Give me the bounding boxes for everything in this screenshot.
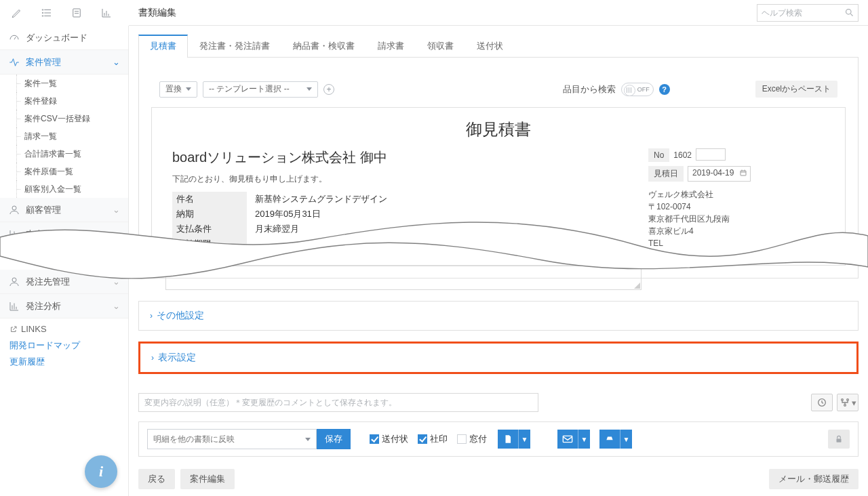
svg-point-17 <box>12 206 16 210</box>
save-button[interactable]: 保存 <box>317 429 351 449</box>
chk-seal[interactable]: 社印 <box>418 433 448 445</box>
calendar-icon <box>739 169 747 177</box>
tab-estimate[interactable]: 見積書 <box>138 35 188 58</box>
tab-receipt[interactable]: 領収書 <box>416 35 465 58</box>
branch-button[interactable]: ▾ <box>837 394 859 411</box>
chevron-down-icon: ⌄ <box>113 205 120 215</box>
svg-rect-29 <box>741 171 746 175</box>
value-terms: 月末締翌月 <box>247 222 299 236</box>
pencil-icon[interactable] <box>11 7 23 19</box>
chevron-down-icon: ⌄ <box>113 301 120 311</box>
download-split-button[interactable]: ▼ <box>498 430 530 449</box>
svg-point-4 <box>42 12 43 14</box>
change-comment-input[interactable] <box>138 393 538 412</box>
chart-icon[interactable] <box>100 7 113 19</box>
display-settings-toggle[interactable]: › 表示設定 <box>138 342 859 374</box>
notes-textarea[interactable] <box>165 266 642 290</box>
checkbox-icon <box>457 434 467 444</box>
sub-anken-6[interactable]: 顧客別入金一覧 <box>0 180 128 198</box>
mail-split-button[interactable]: ▼ <box>557 430 590 449</box>
svg-point-14 <box>846 9 852 14</box>
tab-delivery[interactable]: 納品書・検収書 <box>281 35 366 58</box>
date-label: 見積日 <box>648 166 684 182</box>
svg-rect-39 <box>837 438 842 442</box>
chk-cover[interactable]: 送付状 <box>370 433 408 445</box>
greeting-text: 下記のとおり、御見積もり申し上げます。 <box>172 173 621 185</box>
company-addr1: 東京都千代田区九段南 <box>648 213 825 225</box>
link-history[interactable]: 更新履歴 <box>9 356 119 368</box>
template-select[interactable]: -- テンプレート選択 -- <box>203 81 318 98</box>
no-value: 1602 <box>673 148 692 162</box>
reflect-select[interactable]: 明細を他の書類に反映 <box>147 429 317 449</box>
back-button[interactable]: 戻る <box>138 469 175 489</box>
toggle-handle-icon <box>627 87 631 93</box>
link-roadmap[interactable]: 開発ロードマップ <box>9 339 119 352</box>
client-name: boardソリューション株式会社 御中 <box>172 148 621 167</box>
svg-point-35 <box>846 399 848 401</box>
nav-customer-label: 顧客管理 <box>26 204 61 216</box>
svg-rect-6 <box>73 9 81 17</box>
search-icon <box>844 7 854 18</box>
no-label: No <box>648 148 669 162</box>
svg-point-3 <box>42 9 43 11</box>
caret-down-icon <box>186 87 191 91</box>
help-icon[interactable]: ? <box>659 84 670 95</box>
nav-haccyu-ana-label: 発注分析 <box>26 300 61 312</box>
edit-case-button[interactable]: 案件編集 <box>180 469 235 489</box>
no-suffix-input[interactable] <box>696 148 726 161</box>
sub-anken-4[interactable]: 合計請求書一覧 <box>0 145 128 163</box>
nav-haccyu-ana[interactable]: 発注分析 ⌄ <box>0 294 128 318</box>
nav-customer[interactable]: 顧客管理 ⌄ <box>0 198 128 222</box>
svg-line-16 <box>14 37 16 39</box>
date-input[interactable]: 2019-04-19 <box>688 166 751 182</box>
svg-point-36 <box>844 405 846 407</box>
chk-window[interactable]: 窓付 <box>457 433 487 445</box>
help-search-input[interactable] <box>757 4 859 22</box>
value-due: 2019年05月31日 <box>247 207 321 222</box>
mail-history-button[interactable]: メール・郵送履歴 <box>769 469 859 489</box>
other-settings-toggle[interactable]: › その他設定 <box>138 301 859 331</box>
chevron-down-icon: ⌄ <box>113 57 120 67</box>
nav-sales-label: 売上分析 <box>26 228 61 241</box>
replace-dropdown[interactable]: 置換 <box>159 81 197 98</box>
company-tel: TEL <box>648 237 825 249</box>
sub-anken-1[interactable]: 案件登録 <box>0 92 128 110</box>
chevron-down-icon: ⌄ <box>113 229 120 239</box>
company-name: ヴェルク株式会社 <box>648 188 825 201</box>
excel-paste-button[interactable]: Excelからペースト <box>755 81 837 98</box>
item-search-toggle[interactable]: OFF <box>621 83 654 96</box>
value-expiry <box>247 236 255 251</box>
print-split-button[interactable]: ▼ <box>599 430 632 449</box>
page-title: 書類編集 <box>138 7 176 19</box>
document-icon[interactable] <box>71 7 83 19</box>
add-button[interactable]: + <box>323 84 334 95</box>
sub-anken-0[interactable]: 案件一覧 <box>0 75 128 92</box>
document-tabs: 見積書 発注書・発注請書 納品書・検収書 請求書 領収書 送付状 <box>138 34 859 58</box>
lock-button[interactable] <box>828 430 850 449</box>
tab-order[interactable]: 発注書・発注請書 <box>188 35 281 58</box>
tab-cover[interactable]: 送付状 <box>465 35 515 58</box>
nav-sales[interactable]: 売上分析 ⌄ <box>0 222 128 247</box>
label-subject: 件名 <box>172 192 247 207</box>
chevron-down-icon: ⌄ <box>113 276 120 287</box>
links-title: LINKS <box>9 324 119 334</box>
tab-invoice[interactable]: 請求書 <box>366 35 416 58</box>
label-terms: 支払条件 <box>172 222 247 236</box>
nav-anken[interactable]: 案件管理 ⌄ <box>0 50 128 75</box>
history-button[interactable] <box>811 394 833 411</box>
value-subject: 新基幹システムグランドデザイン <box>247 192 387 207</box>
nav-dashboard[interactable]: ダッシュボード <box>0 26 128 50</box>
document-title: 御見積書 <box>152 108 845 148</box>
list-icon[interactable] <box>41 7 53 19</box>
sub-anken-5[interactable]: 案件原価一覧 <box>0 163 128 180</box>
company-zip: 〒102-0074 <box>648 201 825 213</box>
nav-anken-label: 案件管理 <box>26 56 61 68</box>
nav-dashboard-label: ダッシュボード <box>26 32 87 44</box>
sub-anken-2[interactable]: 案件CSV一括登録 <box>0 110 128 127</box>
sub-anken-3[interactable]: 請求一覧 <box>0 127 128 145</box>
item-search-label: 品目から検索 <box>563 83 616 96</box>
nav-haccyu-mgmt[interactable]: 発注先管理 ⌄ <box>0 270 128 294</box>
svg-line-15 <box>850 14 852 16</box>
info-fab[interactable]: i <box>85 455 117 488</box>
svg-point-23 <box>12 278 16 282</box>
